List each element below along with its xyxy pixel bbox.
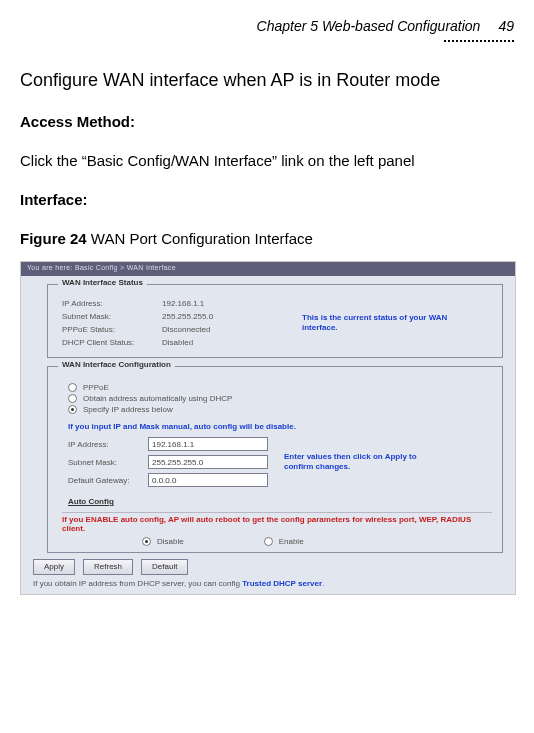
radio-static[interactable]: Specify IP address below [68,405,492,414]
chapter-title: Chapter 5 Web-based Configuration [257,18,481,34]
subnet-mask-label: Subnet Mask: [68,458,148,467]
auto-config-label: Auto Config [68,497,492,506]
wan-status-panel: WAN Interface Status IP Address: 192.168… [47,284,503,358]
status-mask-value: 255.255.255.0 [162,312,282,321]
radio-static-label: Specify IP address below [83,405,173,414]
trusted-dhcp-link[interactable]: Trusted DHCP server [242,579,322,588]
status-note: This is the current status of your WAN i… [302,313,452,334]
status-mask-label: Subnet Mask: [62,312,162,321]
button-row: Apply Refresh Default [33,559,515,575]
wan-config-legend: WAN Interface Configuration [58,360,175,369]
auto-enable-label: Enable [279,537,304,546]
footnote-text: If you obtain IP address from DHCP serve… [33,579,242,588]
figure-title: WAN Port Configuration Interface [87,230,313,247]
radio-pppoe-label: PPPoE [83,383,109,392]
refresh-button[interactable]: Refresh [83,559,133,575]
radio-pppoe[interactable]: PPPoE [68,383,492,392]
radio-icon [68,383,77,392]
auto-config-warning: If you ENABLE auto config, AP will auto … [62,515,492,533]
default-gateway-label: Default Gateway: [68,476,148,485]
access-method-text: Click the “Basic Config/WAN Interface” l… [20,152,514,169]
ip-address-input[interactable] [148,437,268,451]
figure-caption: Figure 24 WAN Port Configuration Interfa… [20,230,514,247]
figure-screenshot: You are here: Basic Config > WAN Interfa… [20,261,516,595]
manual-ip-note: If you input IP and Mask manual, auto co… [68,422,492,431]
access-method-label: Access Method: [20,113,514,130]
auto-disable[interactable]: Disable [142,537,184,546]
default-button[interactable]: Default [141,559,188,575]
status-dhcp-label: DHCP Client Status: [62,338,162,347]
apply-button[interactable]: Apply [33,559,75,575]
status-pppoe-label: PPPoE Status: [62,325,162,334]
radio-icon [68,405,77,414]
section-heading: Configure WAN interface when AP is in Ro… [20,70,514,91]
wan-status-legend: WAN Interface Status [58,278,147,287]
status-ip-label: IP Address: [62,299,162,308]
page-header: Chapter 5 Web-based Configuration 49 [20,18,514,34]
trusted-dhcp-note: If you obtain IP address from DHCP serve… [33,579,515,588]
default-gateway-input[interactable] [148,473,268,487]
radio-icon [68,394,77,403]
interface-label: Interface: [20,191,514,208]
radio-icon [264,537,273,546]
header-rule [20,40,514,42]
radio-dhcp[interactable]: Obtain address automatically using DHCP [68,394,492,403]
radio-icon [142,537,151,546]
subnet-mask-input[interactable] [148,455,268,469]
status-pppoe-value: Disconnected [162,325,282,334]
breadcrumb: You are here: Basic Config > WAN Interfa… [21,262,515,276]
page-number: 49 [498,18,514,34]
ip-address-label: IP Address: [68,440,148,449]
auto-disable-label: Disable [157,537,184,546]
apply-note: Enter values then click on Apply to conf… [284,452,424,473]
wan-config-panel: WAN Interface Configuration PPPoE Obtain… [47,366,503,553]
figure-number: Figure 24 [20,230,87,247]
radio-dhcp-label: Obtain address automatically using DHCP [83,394,232,403]
status-ip-value: 192.168.1.1 [162,299,282,308]
auto-enable[interactable]: Enable [264,537,304,546]
status-dhcp-value: Disabled [162,338,282,347]
